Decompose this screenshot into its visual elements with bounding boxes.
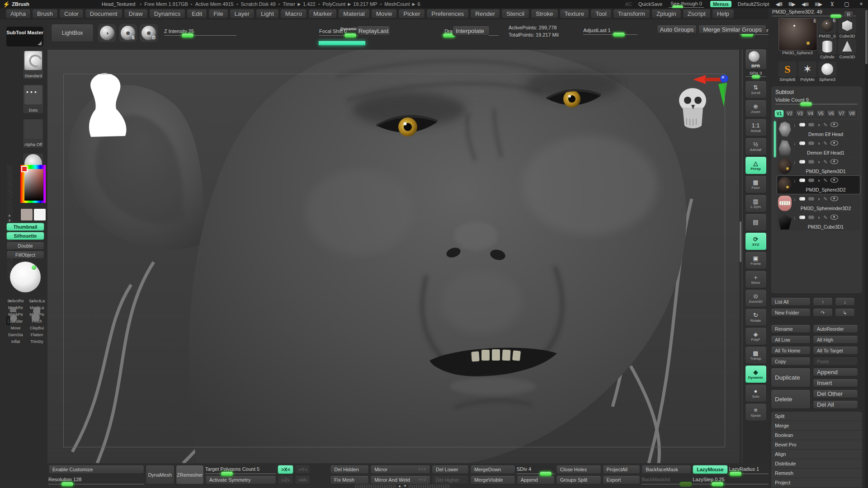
draw-dot-icon[interactable]: ⊕D xyxy=(140,24,158,42)
uv-icon[interactable] xyxy=(808,196,814,202)
tab-v5[interactable]: V5 xyxy=(816,110,826,117)
slider-handle[interactable] xyxy=(61,482,74,487)
tray-divider[interactable]: ▲ ▼ xyxy=(7,165,13,278)
move-down-icon[interactable]: ↓ xyxy=(793,141,796,146)
visible-count-handle[interactable] xyxy=(800,102,812,106)
duplicate-button[interactable]: Duplicate xyxy=(771,368,811,387)
menu-file[interactable]: File xyxy=(208,9,228,19)
brush-claybui[interactable]: ClayBui xyxy=(27,325,46,331)
replay-last-button[interactable]: ReplayLast xyxy=(357,26,390,36)
difference-icon[interactable]: ◑ xyxy=(817,141,821,146)
scroll-hatch-right[interactable] xyxy=(409,484,450,488)
subtool-master-button[interactable]: SubTool Master xyxy=(6,27,43,47)
uv-icon[interactable] xyxy=(808,159,814,164)
menu-stencil[interactable]: Stencil xyxy=(501,9,529,19)
section-remesh[interactable]: Remesh xyxy=(771,469,862,478)
button--x-[interactable]: >X< xyxy=(278,465,293,474)
polypaint-icon[interactable] xyxy=(799,215,805,220)
tool-header-handle[interactable] xyxy=(830,14,841,18)
spix-slider[interactable]: SPix 3 xyxy=(746,70,766,77)
menu-brush[interactable]: Brush xyxy=(32,9,58,19)
tab-v6[interactable]: V6 xyxy=(826,110,836,117)
brush-flatten[interactable]: Flatten xyxy=(27,332,46,338)
shelf-l-sym-button[interactable]: ▥L.Sym xyxy=(745,194,767,212)
timeline-scrollbar[interactable]: ▲ ▼ xyxy=(355,484,450,488)
tab-v1[interactable]: V1 xyxy=(774,110,784,117)
menus-toggle-button[interactable]: Menus xyxy=(710,1,731,7)
z-intensity-slider[interactable]: Z Intensity 25 xyxy=(164,28,236,36)
see-through-slider[interactable]: See-through 0 xyxy=(669,1,704,8)
menu-preferences[interactable]: Preferences xyxy=(426,9,469,19)
menu-zplugin[interactable]: Zplugin xyxy=(651,9,681,19)
saturation-square[interactable] xyxy=(24,169,43,201)
tool-slot-simpleb[interactable]: S xyxy=(778,61,797,77)
tab-v3[interactable]: V3 xyxy=(795,110,805,117)
button-append[interactable]: Append xyxy=(517,475,555,484)
prev-page-icon[interactable]: ◀⊞ xyxy=(802,1,809,7)
tab-v7[interactable]: V7 xyxy=(837,110,846,117)
slider-backmaskint[interactable]: BackMaskInt xyxy=(642,475,691,484)
difference-icon[interactable]: ◑ xyxy=(817,215,821,220)
uv-icon[interactable] xyxy=(808,178,814,183)
adjust-last-slider[interactable]: AdjustLast 1 xyxy=(583,28,637,35)
move-down-icon[interactable]: ↓ xyxy=(793,215,796,220)
collapse-left-tray-icon[interactable]: ◀‖‖ xyxy=(776,1,783,7)
restore-button[interactable]: ▢ xyxy=(843,1,851,7)
move-down-icon[interactable]: ↓ xyxy=(793,159,796,164)
shelf-frame-button[interactable]: ▣Frame xyxy=(745,251,767,269)
subtool-row-demon-elf-head1[interactable]: ↓◑✎Demon Elf Head1 xyxy=(777,139,860,157)
append-button[interactable]: Append xyxy=(813,368,858,376)
brush-inflat[interactable]: Inflat xyxy=(5,338,25,344)
section-split[interactable]: Split xyxy=(771,412,862,421)
button--z-[interactable]: >Z< xyxy=(278,475,293,484)
brush-trimdy[interactable]: TrimDy xyxy=(27,338,46,344)
button-dynamesh[interactable]: DynaMesh xyxy=(146,465,175,484)
section-merge[interactable]: Merge xyxy=(771,421,862,431)
button-projectall[interactable]: ProjectAll xyxy=(603,465,641,474)
section-boolean[interactable]: Boolean xyxy=(771,431,862,440)
minimize-button[interactable]: ⊻ xyxy=(828,1,836,7)
main-color-swatch[interactable] xyxy=(20,208,33,221)
paint-brush-icon[interactable]: ✎ xyxy=(823,141,827,146)
color-picker[interactable] xyxy=(20,165,46,203)
shelf-persp-button[interactable]: △Persp xyxy=(745,156,767,174)
spix-handle[interactable] xyxy=(752,75,760,79)
subtool-row-pm3d-sphereinder3d2[interactable]: ↓◑✎PM3D_Sphereinder3D2 xyxy=(777,194,860,212)
button-all-low[interactable]: All Low xyxy=(771,335,811,344)
button-zremesher[interactable]: ZRemesher xyxy=(176,465,204,484)
next-page-icon[interactable]: ⊞▶ xyxy=(815,1,822,7)
polypaint-icon[interactable] xyxy=(799,159,805,164)
polypaint-icon[interactable] xyxy=(799,122,805,127)
difference-icon[interactable]: ◑ xyxy=(817,178,821,183)
menu-alpha[interactable]: Alpha xyxy=(5,9,31,19)
section-distribute[interactable]: Distribute xyxy=(771,459,862,469)
button-autoreorder[interactable]: AutoReorder xyxy=(813,324,858,333)
side-button-silhouette[interactable]: Silhouette xyxy=(6,232,44,240)
slider-handle[interactable] xyxy=(344,33,357,38)
slider-handle[interactable] xyxy=(613,32,625,37)
light-position-dot[interactable] xyxy=(32,265,36,270)
button-mirror[interactable]: Mirror✕YZ xyxy=(370,465,430,474)
menu-zscript[interactable]: Zscript xyxy=(683,9,711,19)
brush-maskla[interactable]: MaskLa xyxy=(27,305,46,310)
quicksave-button[interactable]: QuickSave xyxy=(638,1,662,7)
slider-target-polygons-count[interactable]: Target Polygons Count 5 xyxy=(205,465,277,474)
divider-up-icon[interactable]: ▲ xyxy=(8,214,11,217)
tab-v4[interactable]: V4 xyxy=(806,110,815,117)
bpr-button[interactable]: BPR xyxy=(745,49,767,70)
slider-handle[interactable] xyxy=(221,471,233,476)
del-all-button[interactable]: Del All xyxy=(813,400,858,409)
polypaint-icon[interactable] xyxy=(799,178,805,183)
paint-brush-icon[interactable]: ✎ xyxy=(823,196,827,202)
paint-brush-icon[interactable]: ✎ xyxy=(823,215,827,220)
visibility-eye-icon[interactable] xyxy=(830,159,838,164)
visibility-eye-icon[interactable] xyxy=(830,122,838,127)
lightbox-button[interactable]: LightBox xyxy=(51,24,94,42)
close-button[interactable]: × xyxy=(857,1,865,7)
tool-slot-pm3d-s[interactable]: 6 xyxy=(818,18,836,33)
button-enable-customize[interactable]: Enable Customize xyxy=(48,465,144,474)
menu-marker[interactable]: Marker xyxy=(308,9,337,19)
difference-icon[interactable]: ◑ xyxy=(817,122,821,127)
light-placement-sphere[interactable] xyxy=(10,262,41,292)
uv-icon[interactable] xyxy=(808,141,814,146)
